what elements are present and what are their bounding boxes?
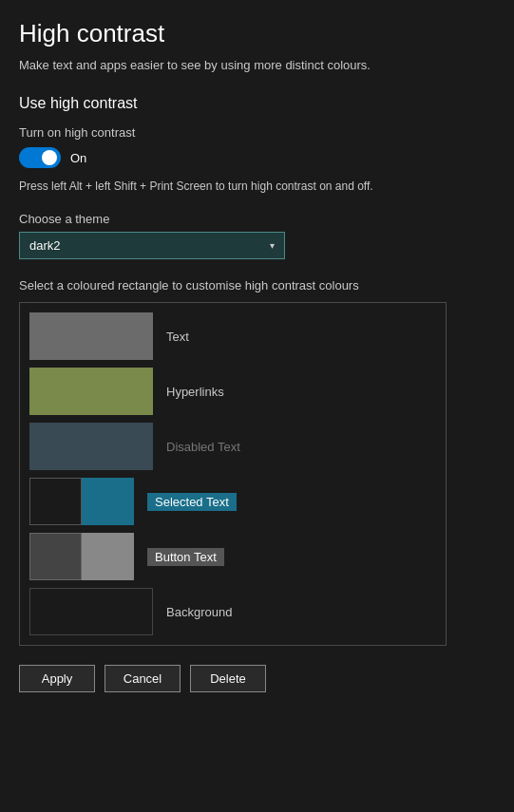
shortcut-text: Press left Alt + left Shift + Print Scre… xyxy=(19,179,495,193)
theme-label: Choose a theme xyxy=(19,212,495,226)
high-contrast-toggle[interactable] xyxy=(19,147,61,168)
selected-bg-swatch[interactable] xyxy=(29,478,82,525)
palette-row-selected: Selected Text xyxy=(29,478,436,525)
hyperlinks-swatch-label: Hyperlinks xyxy=(166,385,224,399)
button-fg-swatch[interactable] xyxy=(82,533,134,580)
text-color-swatch[interactable] xyxy=(29,312,153,360)
dropdown-arrow-icon: ▾ xyxy=(270,240,275,251)
disabled-color-swatch[interactable] xyxy=(29,423,153,470)
theme-value: dark2 xyxy=(29,238,61,253)
background-color-swatch[interactable] xyxy=(29,588,153,635)
delete-button[interactable]: Delete xyxy=(190,665,266,692)
palette-row-button: Button Text xyxy=(29,533,436,580)
toggle-container: On xyxy=(19,147,495,168)
button-swatch-label: Button Text xyxy=(147,548,224,566)
palette-row-disabled: Disabled Text xyxy=(29,423,436,470)
toggle-state-label: On xyxy=(70,151,86,165)
background-swatch-label: Background xyxy=(166,605,232,619)
palette-label: Select a coloured rectangle to customise… xyxy=(19,278,495,293)
palette-row-hyperlinks: Hyperlinks xyxy=(29,368,436,415)
hyperlinks-color-swatch[interactable] xyxy=(29,368,153,415)
button-bg-swatch[interactable] xyxy=(29,533,82,580)
text-swatch-label: Text xyxy=(166,330,189,344)
toggle-knob xyxy=(42,150,57,165)
theme-dropdown[interactable]: dark2 ▾ xyxy=(19,232,285,259)
palette-row-text: Text xyxy=(29,312,436,360)
selected-fg-swatch[interactable] xyxy=(82,478,134,525)
toggle-label: Turn on high contrast xyxy=(19,125,495,140)
button-row: Apply Cancel Delete xyxy=(19,665,495,692)
palette-container: Text Hyperlinks Disabled Text Selected T… xyxy=(19,302,447,646)
cancel-button[interactable]: Cancel xyxy=(105,665,181,692)
selected-swatch-label: Selected Text xyxy=(147,493,237,511)
page-description: Make text and apps easier to see by usin… xyxy=(19,58,495,72)
section-title: Use high contrast xyxy=(19,95,495,112)
apply-button[interactable]: Apply xyxy=(19,665,95,692)
disabled-swatch-label: Disabled Text xyxy=(166,440,240,454)
palette-row-background: Background xyxy=(29,588,436,635)
page-title: High contrast xyxy=(19,19,495,48)
